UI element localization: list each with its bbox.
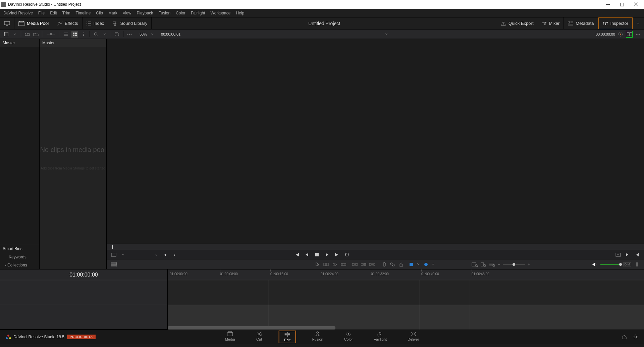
first-frame-right-button[interactable] — [634, 252, 640, 258]
stop-button[interactable] — [314, 252, 320, 258]
timeline-ruler[interactable]: 01:00:00:00 01:00:08:00 01:00:16:00 01:0… — [168, 269, 644, 280]
uibar-index[interactable]: Index — [83, 17, 109, 29]
full-extent-zoom-button[interactable] — [472, 261, 478, 267]
volume-icon[interactable] — [592, 261, 598, 267]
toolbar-import-media[interactable] — [24, 31, 31, 38]
transform-overlay-button[interactable] — [111, 252, 117, 258]
menu-help[interactable]: Help — [236, 11, 244, 15]
detail-zoom-button[interactable] — [480, 261, 486, 267]
viewer-zoom[interactable]: 50% — [140, 32, 147, 36]
timeline-view-button[interactable] — [111, 261, 117, 267]
smart-bin-keywords[interactable]: Keywords — [0, 253, 39, 261]
flag-dropdown-1-chev[interactable] — [416, 261, 422, 267]
lock-button[interactable] — [398, 261, 404, 267]
timeline-video-track-header[interactable] — [0, 280, 167, 305]
toolbar-import-folder[interactable] — [33, 31, 39, 38]
insert-clip-button[interactable] — [352, 261, 358, 267]
toolbar-search[interactable] — [93, 31, 99, 38]
blade-tool[interactable] — [340, 261, 346, 267]
viewer-name-dropdown[interactable] — [383, 31, 390, 38]
menu-edit[interactable]: Edit — [50, 11, 57, 15]
toolbar-panel-layout[interactable] — [3, 31, 9, 38]
mute-button[interactable] — [634, 261, 640, 267]
uibar-monitor-button[interactable] — [0, 17, 14, 29]
smart-bin-collections[interactable]: ›Collections — [0, 261, 39, 269]
page-tab-deliver[interactable]: Deliver — [403, 331, 424, 343]
home-button[interactable] — [621, 334, 627, 340]
page-tab-color[interactable]: Color — [339, 331, 358, 343]
menu-fusion[interactable]: Fusion — [158, 11, 170, 15]
menu-workspace[interactable]: Workspace — [211, 11, 231, 15]
flag-dropdown-2[interactable] — [424, 263, 428, 266]
timeline-video-track[interactable] — [168, 280, 644, 305]
next-frame-button[interactable] — [334, 252, 340, 258]
page-tab-cut[interactable]: Cut — [251, 331, 267, 343]
dynamic-trim-tool[interactable] — [332, 261, 338, 267]
select-tool[interactable] — [314, 261, 320, 267]
close-button[interactable] — [629, 0, 643, 8]
timeline-scrollbar[interactable] — [168, 326, 335, 330]
menu-fairlight[interactable]: Fairlight — [191, 11, 205, 15]
viewer-zoom-dropdown[interactable] — [149, 31, 156, 38]
menu-file[interactable]: File — [38, 11, 45, 15]
toolbar-strip-view[interactable] — [80, 31, 87, 38]
menu-clip[interactable]: Clip — [96, 11, 103, 15]
toolbar-bypass[interactable] — [617, 31, 624, 38]
settings-button[interactable] — [633, 334, 639, 340]
toolbar-record-slider[interactable] — [45, 31, 57, 38]
uibar-inspector[interactable]: Inspector — [598, 17, 633, 29]
viewer[interactable] — [107, 39, 644, 244]
play-button[interactable] — [324, 252, 330, 258]
viewer-tc-right[interactable]: 00:00:00:00 — [596, 32, 615, 36]
menu-timeline[interactable]: Timeline — [75, 11, 91, 15]
timeline-tracks[interactable]: 01:00:00:00 01:00:08:00 01:00:16:00 01:0… — [168, 269, 644, 330]
flag-dropdown-1[interactable] — [410, 263, 413, 266]
page-tab-fairlight[interactable]: Fairlight — [369, 331, 391, 343]
toolbar-sort[interactable] — [114, 31, 120, 38]
sidebar-header[interactable]: Master — [0, 39, 39, 47]
zoom-minus[interactable]: − — [498, 262, 500, 267]
overwrite-clip-button[interactable] — [361, 261, 367, 267]
match-frame-button[interactable] — [615, 252, 621, 258]
maximize-button[interactable] — [615, 0, 629, 8]
next-keyframe-button[interactable]: › — [172, 252, 178, 258]
uibar-metadata[interactable]: Metadata — [564, 17, 598, 29]
zoom-plus[interactable]: + — [528, 262, 530, 267]
flag-dropdown-2-chev[interactable] — [430, 261, 436, 267]
page-tab-fusion[interactable]: Fusion — [308, 331, 328, 343]
toolbar-single-viewer[interactable] — [626, 31, 633, 38]
uibar-quick-export[interactable]: Quick Export — [497, 17, 538, 29]
uibar-effects[interactable]: Effects — [53, 17, 83, 29]
replace-clip-button[interactable] — [369, 261, 375, 267]
keyframe-button[interactable]: ● — [162, 252, 168, 258]
scrub-bar[interactable] — [107, 244, 644, 250]
scrub-marker[interactable] — [112, 245, 113, 249]
transform-overlay-dropdown[interactable] — [120, 252, 126, 258]
dim-button[interactable]: DIM — [623, 262, 632, 266]
minimize-button[interactable] — [601, 0, 614, 8]
menu-color[interactable]: Color — [176, 11, 185, 15]
timeline-audio-track-header[interactable] — [0, 305, 167, 330]
prev-frame-button[interactable] — [304, 252, 310, 258]
media-pool-body[interactable]: No clips in media pool Add clips from Me… — [40, 47, 106, 269]
trim-tool[interactable] — [323, 261, 329, 267]
media-pool-header[interactable]: Master — [40, 39, 106, 47]
uibar-sound-library[interactable]: Sound Library — [108, 17, 152, 29]
menu-trim[interactable]: Trim — [62, 11, 70, 15]
toolbar-thumb-view[interactable] — [71, 31, 78, 38]
menu-view[interactable]: View — [123, 11, 131, 15]
volume-slider[interactable] — [600, 264, 621, 265]
timeline-audio-track[interactable] — [168, 305, 644, 330]
toolbar-search-dropdown[interactable] — [101, 31, 108, 38]
zoom-slider[interactable] — [503, 264, 525, 265]
first-frame-button[interactable] — [294, 252, 300, 258]
page-tab-media[interactable]: Media — [220, 331, 240, 343]
uibar-mixer[interactable]: Mixer — [538, 17, 564, 29]
uibar-media-pool[interactable]: Media Pool — [14, 17, 53, 29]
prev-keyframe-button[interactable]: ‹ — [153, 252, 159, 258]
link-button[interactable] — [389, 261, 395, 267]
toolbar-more-right[interactable] — [635, 31, 641, 38]
menu-playback[interactable]: Playback — [137, 11, 153, 15]
loop-button[interactable] — [344, 252, 350, 258]
toolbar-panel-dropdown[interactable] — [11, 31, 18, 38]
